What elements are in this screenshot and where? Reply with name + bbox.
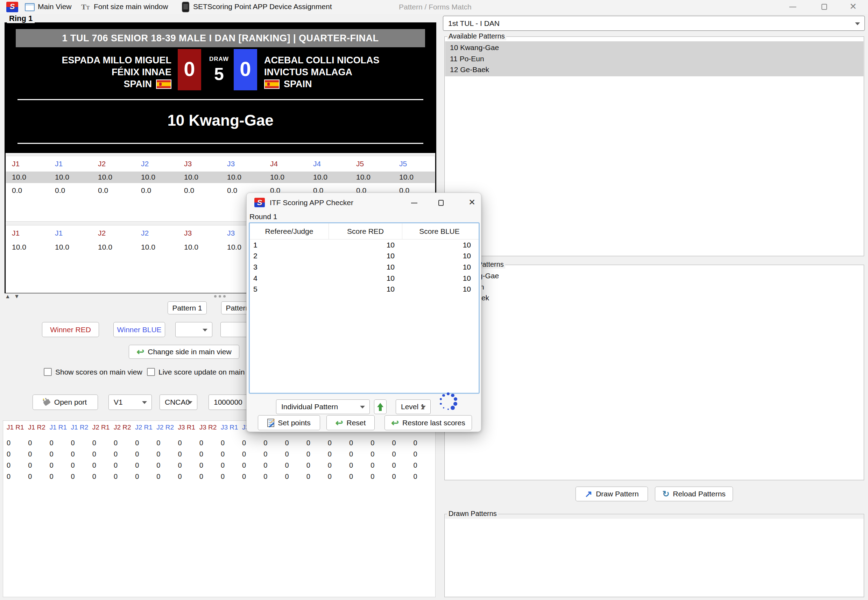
score-cell[interactable]: 10.0 [184,173,227,181]
version-dropdown[interactable]: V1 [109,394,152,410]
score-cell[interactable]: 10.0 [399,173,442,181]
score-cell[interactable]: 10.0 [270,173,313,181]
live-update-checkbox[interactable] [147,368,155,376]
judge-column-header[interactable]: J5 [356,160,399,168]
com-port-dropdown[interactable]: CNCA0 [160,394,197,410]
itf-checker-dialog: ITF Scoring APP Checker ✕ Round 1 Refere… [246,192,481,432]
checker-table-row[interactable]: 3 10 10 [250,262,479,273]
send-up-button[interactable] [374,399,387,414]
score-cell[interactable]: 10.0 [227,173,270,181]
window-title: Pattern / Forms Match [399,3,472,11]
detail-cell: 0 [7,439,28,447]
checker-table-row[interactable]: 1 10 10 [250,239,479,251]
scroll-down-icon[interactable]: ▼ [14,293,20,300]
dialog-maximize-icon[interactable] [439,200,444,206]
score-cell[interactable]: 10.0 [313,173,356,181]
splitter-handle[interactable] [214,295,226,297]
judge-column-header[interactable]: J5 [399,160,442,168]
winner-select-dropdown[interactable] [175,322,212,337]
menu-main-view[interactable]: Main View [38,3,72,11]
checker-table-row[interactable]: 5 10 10 [250,283,479,295]
judge-column-header[interactable]: J2 [98,229,141,237]
detail-column-header[interactable]: J1 R2 [71,424,92,431]
pattern-mode-dropdown[interactable]: Individual Pattern [276,399,370,414]
detail-column-header[interactable]: J3 R1 [178,424,200,431]
score-cell[interactable]: 0.0 [55,186,98,195]
score-cell[interactable]: 10.0 [141,173,184,181]
detail-column-header[interactable]: J2 R2 [156,424,178,431]
menu-font-size[interactable]: Font size main window [94,3,168,11]
detail-column-header[interactable]: J2 R1 [135,424,156,431]
score-cell[interactable]: 10.0 [356,173,399,181]
checker-score-table: Referee/Judge Score RED Score BLUE 1 10 … [249,222,480,394]
list-item[interactable]: 11 Po-Eun [450,53,499,64]
available-patterns-list[interactable]: 10 Kwang-Gae11 Po-Eun12 Ge-Baek [445,37,863,256]
score-cell[interactable]: 10.0 [184,243,227,252]
score-cell[interactable]: 10.0 [98,243,141,252]
col-referee-judge[interactable]: Referee/Judge [250,223,329,239]
detail-column-header[interactable]: J3 R2 [200,424,221,431]
set-points-button[interactable]: Set points [258,415,320,430]
detail-column-header[interactable]: J2 R2 [114,424,135,431]
open-port-button[interactable]: Open port [33,394,98,410]
judge-column-header[interactable]: J1 [55,160,98,168]
restore-scores-button[interactable]: ↩ Restore last scores [384,415,472,430]
winner-blue-button[interactable]: Winner BLUE [113,322,165,337]
checker-table-row[interactable]: 4 10 10 [250,273,479,284]
drawn-patterns-list[interactable] [445,519,863,597]
score-cell[interactable]: 10.0 [12,243,55,252]
minimize-icon[interactable] [789,7,796,8]
reload-patterns-button[interactable]: ↻ Reload Patterns [655,486,733,501]
detail-cell: 0 [242,461,263,470]
judge-column-header[interactable]: J1 [55,229,98,237]
detail-cell: 0 [49,473,71,480]
list-item[interactable]: 12 Ge-Baek [450,64,499,75]
detail-column-header[interactable]: J1 R1 [7,424,28,431]
judge-column-header[interactable]: J4 [313,160,356,168]
score-cell[interactable]: 0.0 [12,186,55,195]
scoreboard: 1 TUL 706 SENIOR 18-39 MALE I DAN [RANKI… [6,23,435,153]
score-cell[interactable]: 0.0 [141,186,184,195]
detail-column-header[interactable]: J1 R2 [28,424,49,431]
score-cell[interactable]: 10.0 [55,243,98,252]
judge-column-header[interactable]: J3 [227,160,270,168]
menu-device-assignment[interactable]: SETScoring Point APP Device Assignment [193,3,332,11]
detail-column-header[interactable]: J2 R1 [92,424,114,431]
dialog-minimize-icon[interactable] [411,203,417,203]
judge-column-header[interactable]: J2 [141,229,184,237]
close-icon[interactable]: ✕ [850,2,857,12]
judge-column-header[interactable]: J2 [141,160,184,168]
judge-column-header[interactable]: J1 [12,229,55,237]
dialog-close-icon[interactable]: ✕ [469,197,475,207]
list-item[interactable]: 10 Kwang-Gae [450,42,499,53]
score-cell[interactable]: 10.0 [98,173,141,181]
winner-red-button[interactable]: Winner RED [42,322,99,337]
selected-patterns-list[interactable]: 10 Kwang-Gae11 Po-Eun12 Ge-Baek [445,265,863,480]
scroll-up-icon[interactable]: ▲ [5,293,11,300]
list-selection-highlight [445,41,863,76]
score-cell[interactable]: 0.0 [98,186,141,195]
score-cell[interactable]: 10.0 [141,243,184,252]
score-cell[interactable]: 10.0 [55,173,98,181]
tul-select-dropdown[interactable]: 1st TUL - I DAN [443,16,865,31]
judge-column-header[interactable]: J3 [184,229,227,237]
level-dropdown[interactable]: Level 1 [396,399,431,414]
detail-column-header[interactable]: J1 R1 [49,424,71,431]
checker-table-row[interactable]: 2 10 10 [250,251,479,262]
detail-column-header[interactable]: J3 R1 [221,424,242,431]
show-scores-checkbox[interactable] [44,368,52,376]
pattern-1-button[interactable]: Pattern 1 [168,302,207,314]
change-side-button[interactable]: ↩ Change side in main view [129,345,239,359]
judge-column-header[interactable]: J2 [98,160,141,168]
draw-pattern-button[interactable]: ↗ Draw Pattern [576,486,648,501]
reset-button[interactable]: ↩ Reset [327,415,375,430]
col-score-blue[interactable]: Score BLUE [402,227,476,236]
judge-column-header[interactable]: J1 [12,160,55,168]
judge-column-header[interactable]: J3 [184,160,227,168]
score-cell[interactable]: 0.0 [184,186,227,195]
judge-column-header[interactable]: J4 [270,160,313,168]
score-cell[interactable]: 10.0 [12,173,55,181]
restore-icon[interactable] [821,4,827,10]
spinner-dot [440,403,442,405]
col-score-red[interactable]: Score RED [329,223,402,239]
